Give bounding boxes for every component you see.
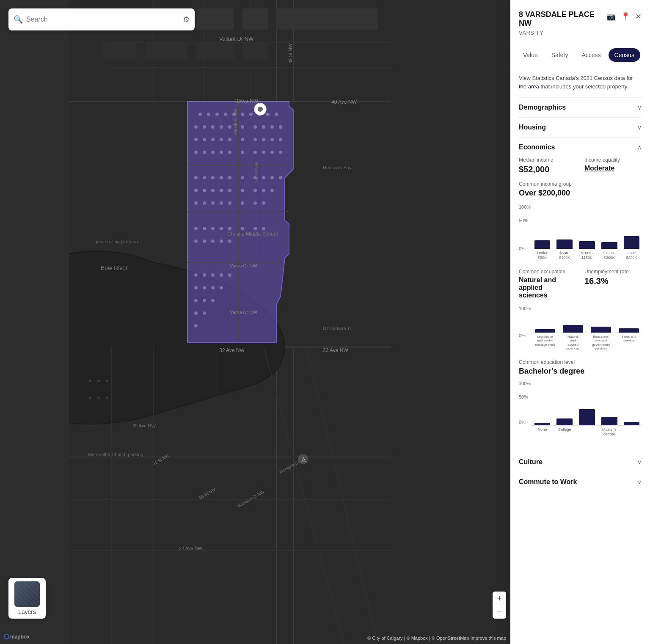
svg-point-46 [262,125,265,129]
culture-header[interactable]: Culture ∨ [519,452,642,472]
svg-point-122 [203,311,206,315]
search-bar: 🔍 ⚙ [8,8,195,30]
svg-point-49 [194,138,198,141]
map-attribution: © City of Calgary | © Mapbox | © OpenStr… [367,636,506,641]
economics-header[interactable]: Economics ∧ [519,138,642,157]
svg-point-82 [220,189,223,192]
panel-content: View Statistics Canada's 2021 Census dat… [510,67,650,644]
svg-point-74 [241,176,244,179]
svg-point-63 [228,151,231,154]
housing-header[interactable]: Housing ∨ [519,118,642,137]
property-neighborhood: VARSITY [519,30,606,36]
tab-safety[interactable]: Safety [545,48,574,62]
svg-point-112 [220,273,223,277]
svg-point-81 [211,189,215,192]
svg-text:32 Ave NW: 32 Ave NW [219,347,245,353]
svg-point-42 [220,125,223,129]
svg-point-84 [241,189,244,192]
svg-point-102 [253,227,257,230]
economics-title: Economics [519,143,555,151]
location-pin-icon[interactable]: 📍 [621,12,630,21]
income-equality-label: Income equality [584,157,642,163]
svg-point-107 [220,239,223,243]
zoom-out-button[interactable]: − [493,605,506,619]
svg-text:32 Ave NW: 32 Ave NW [323,347,348,353]
tab-access[interactable]: Access [576,48,606,62]
svg-point-109 [194,273,198,277]
commute-title: Commute to Work [519,478,577,486]
svg-point-50 [203,138,206,141]
income-bars [531,224,642,249]
occupation-stats-row: Common occupation Natural and appliedsci… [519,269,642,299]
demographics-chevron: ∨ [637,104,642,111]
svg-point-67 [270,151,274,154]
zoom-controls: + − [493,592,506,619]
education-stats: Common education level Bachelor's degree [519,359,642,376]
svg-point-79 [194,189,198,192]
svg-text:△: △ [301,456,306,462]
svg-rect-19 [276,8,378,30]
svg-point-110 [203,273,206,277]
svg-point-88 [194,201,198,205]
svg-point-159 [106,396,108,399]
svg-point-76 [262,176,265,179]
svg-point-52 [220,138,223,141]
commute-section: Commute to Work ∨ [519,472,642,492]
svg-text:Varna Cr NW: Varna Cr NW [230,263,257,268]
demographics-section: Demographics ∨ [519,97,642,117]
occupation-bar-labels: Legislativeand seniormanagement Naturala… [531,335,642,351]
svg-point-32 [224,113,227,116]
svg-point-60 [203,151,206,154]
svg-point-105 [203,239,206,243]
panel-header: 8 VARSDALE PLACE NW VARSITY 📷 📍 ✕ [510,0,650,43]
svg-point-97 [203,227,206,230]
culture-title: Culture [519,458,543,466]
housing-chevron: ∨ [637,124,642,131]
area-link[interactable]: the area [519,83,539,90]
median-income-label: Median income [519,157,576,163]
tab-census[interactable]: Census [609,48,640,62]
svg-point-65 [253,151,257,154]
svg-rect-22 [196,42,234,59]
svg-point-47 [270,125,274,129]
svg-point-72 [220,176,223,179]
panel-tabs: Value Safety Access Census [510,43,650,67]
svg-text:Valiant Dr NW: Valiant Dr NW [219,36,254,42]
svg-point-31 [215,113,219,116]
housing-title: Housing [519,124,546,131]
commute-chevron: ∨ [637,479,642,485]
svg-rect-20 [103,42,137,59]
svg-point-85 [253,189,257,192]
svg-point-35 [249,113,253,116]
svg-point-94 [253,201,257,205]
zoom-in-button[interactable]: + [493,592,506,605]
camera-icon[interactable]: 📷 [606,12,616,21]
svg-point-89 [203,201,206,205]
svg-point-41 [211,125,215,129]
svg-point-108 [228,239,231,243]
svg-point-70 [203,176,206,179]
filter-icon[interactable]: ⚙ [183,15,190,24]
svg-point-111 [211,273,215,277]
close-icon[interactable]: ✕ [635,12,642,21]
demographics-title: Demographics [519,104,566,111]
svg-text:Christie Middle School: Christie Middle School [227,231,278,237]
unemployment-value: 16.3% [584,276,642,286]
demographics-header[interactable]: Demographics ∨ [519,98,642,117]
economics-content: Median income $52,000 Income equality Mo… [519,157,642,452]
svg-point-54 [241,138,244,141]
svg-point-91 [220,201,223,205]
common-occupation-value: Natural and appliedsciences [519,276,576,299]
svg-point-83 [228,189,231,192]
layers-button[interactable]: Layers [8,578,46,619]
economics-chevron: ∧ [637,144,642,151]
median-income-value: $52,000 [519,165,576,174]
search-input[interactable] [26,16,179,23]
svg-text:40 Ave NW: 40 Ave NW [331,99,357,105]
unemployment-stat: Unemployment rate 16.3% [584,269,642,299]
tab-value[interactable]: Value [517,48,544,62]
svg-rect-17 [196,8,234,30]
commute-header[interactable]: Commute to Work ∨ [519,472,642,492]
svg-text:50 St NW: 50 St NW [254,162,259,182]
svg-text:22 Ave NW: 22 Ave NW [132,423,156,428]
